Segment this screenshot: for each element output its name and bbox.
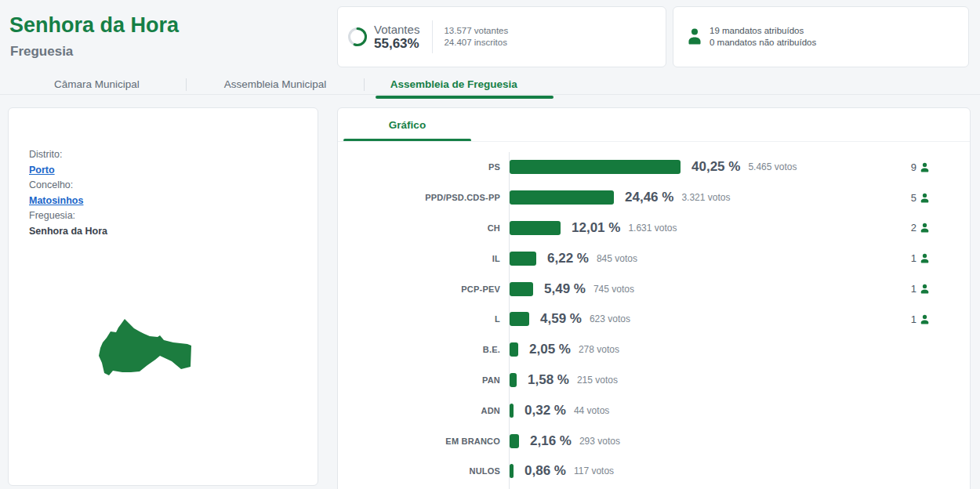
mandates-assigned: 19 mandatos atribuídos [710, 25, 816, 37]
votes-label: 44 votos [574, 405, 609, 416]
party-label: B.E. [338, 345, 505, 354]
percent-label: 1,58 % [528, 372, 569, 388]
percent-label: 24,46 % [625, 190, 673, 205]
person-icon [919, 252, 931, 264]
party-label: L [338, 314, 505, 324]
county-label: Concelho: [29, 178, 107, 194]
party-label: IL [338, 254, 505, 263]
divider [432, 20, 433, 53]
district-label: Distrito: [29, 147, 107, 163]
results-bar-chart: PS 40,25 % 5.465 votos 9 PPD/PSD.CDS-PP … [338, 152, 970, 487]
chart-row-adn: ADN 0,32 % 44 votos [338, 395, 970, 426]
votes-label: 745 votos [593, 284, 634, 295]
percent-label: 4,59 % [540, 311, 582, 327]
result-bar [510, 312, 529, 326]
votes-label: 293 votos [579, 436, 620, 447]
result-bar [510, 404, 514, 418]
party-label: PPD/PSD.CDS-PP [338, 193, 505, 202]
chart-row-be: B.E. 2,05 % 278 votos [338, 335, 970, 365]
person-icon [919, 192, 931, 204]
page-title: Senhora da Hora [9, 13, 179, 38]
active-tab-underline [376, 96, 554, 99]
votes-label: 3.321 votos [681, 192, 730, 203]
chart-row-nulos: NULOS 0,86 % 117 votos [338, 456, 970, 487]
votes-label: 623 votos [590, 313, 630, 324]
result-bar [510, 160, 681, 174]
chart-row-ppd-psd-cds-pp: PPD/PSD.CDS-PP 24,46 % 3.321 votos 5 [338, 183, 970, 213]
result-bar [510, 434, 519, 448]
mandates-unassigned: 0 mandatos não atribuídos [710, 37, 816, 49]
turnout-donut-icon [347, 27, 368, 47]
mandates-card: 19 mandatos atribuídos 0 mandatos não at… [673, 6, 969, 67]
result-bar [510, 342, 518, 357]
party-label: PCP-PEV [338, 284, 505, 294]
percent-label: 12,01 % [572, 220, 620, 236]
tab-camara-municipal[interactable]: Câmara Municipal [8, 77, 186, 96]
party-label: PAN [338, 375, 505, 385]
election-results-page: Senhora da Hora Freguesia Votantes 55,63… [0, 0, 980, 489]
percent-label: 6,22 % [547, 251, 589, 266]
chart-panel: Gráfico PS 40,25 % 5.465 votos 9 PPD/PSD… [337, 107, 971, 489]
person-icon [919, 313, 931, 325]
voters-card: Votantes 55,63% 13.577 votantes 24.407 i… [337, 6, 666, 67]
chart-tabbar-divider [338, 141, 970, 142]
votes-label: 117 votos [574, 465, 614, 476]
election-tabbar: Câmara Municipal Assembleia Municipal As… [8, 77, 543, 96]
parish-name: Senhora da Hora [29, 224, 107, 240]
chart-row-ps: PS 40,25 % 5.465 votos 9 [338, 152, 970, 183]
percent-label: 0,86 % [524, 463, 566, 479]
chart-row-ch: CH 12,01 % 1.631 votos 2 [338, 213, 970, 244]
result-bar [510, 373, 517, 387]
percent-label: 0,32 % [524, 403, 566, 418]
parish-map [79, 306, 220, 393]
votes-label: 5.465 votos [748, 161, 797, 172]
percent-label: 2,16 % [530, 433, 572, 449]
votes-label: 1.631 votos [628, 223, 677, 234]
mandates-count: 1 [911, 252, 931, 264]
party-label: EM BRANCO [338, 436, 505, 446]
person-icon [919, 283, 931, 295]
turnout-percent: 55,63% [374, 36, 419, 52]
mandates-count: 9 [911, 161, 931, 173]
percent-label: 5,49 % [544, 281, 586, 297]
party-label: PS [338, 162, 505, 172]
party-label: ADN [338, 406, 505, 415]
chart-row-em-branco: EM BRANCO 2,16 % 293 votos [338, 426, 970, 456]
tab-assembleia-municipal[interactable]: Assembleia Municipal [187, 77, 365, 96]
votes-label: 278 votos [579, 344, 619, 355]
person-icon [686, 27, 703, 47]
chart-row-pan: PAN 1,58 % 215 votos [338, 365, 970, 396]
registered-count: 24.407 inscritos [444, 37, 508, 49]
person-icon [919, 222, 931, 234]
location-panel: Distrito: Porto Concelho: Matosinhos Fre… [8, 107, 318, 486]
mandates-count: 5 [911, 192, 931, 204]
result-bar [510, 252, 536, 266]
parish-label: Freguesia: [29, 208, 107, 224]
percent-label: 2,05 % [529, 342, 571, 357]
chart-row-l: L 4,59 % 623 votos 1 [338, 304, 970, 335]
person-icon [919, 161, 931, 173]
result-bar [510, 282, 533, 296]
county-link[interactable]: Matosinhos [29, 195, 83, 206]
mandates-count: 1 [911, 283, 931, 295]
result-bar [510, 221, 561, 235]
mandates-count: 1 [911, 313, 931, 325]
votes-label: 845 votos [597, 253, 637, 264]
page-subtitle: Freguesia [10, 44, 73, 60]
district-link[interactable]: Porto [29, 165, 55, 176]
chart-row-pcp-pev: PCP-PEV 5,49 % 745 votos 1 [338, 273, 970, 304]
tab-grafico[interactable]: Gráfico [343, 119, 471, 131]
voters-label: Votantes [374, 23, 419, 36]
result-bar [510, 464, 514, 478]
party-label: NULOS [338, 466, 505, 476]
votes-label: 215 votos [577, 375, 618, 386]
result-bar [510, 190, 614, 205]
chart-row-il: IL 6,22 % 845 votos 1 [338, 243, 970, 273]
mandates-count: 2 [911, 222, 931, 234]
party-label: CH [338, 223, 505, 233]
tab-assembleia-freguesia[interactable]: Assembleia de Freguesia [365, 77, 543, 96]
voters-count: 13.577 votantes [444, 25, 508, 37]
percent-label: 40,25 % [691, 159, 740, 175]
